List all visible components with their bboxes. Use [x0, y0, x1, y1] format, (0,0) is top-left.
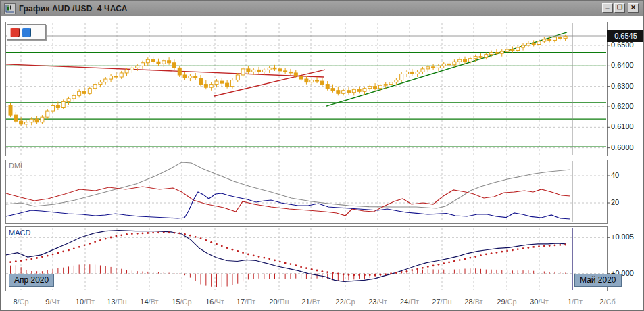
chart-window: График AUD /USD 4 ЧАСА _ ❒ ✕ DMI MACD Ап…: [0, 0, 644, 311]
date-axis-label: 2/Сб: [593, 297, 622, 306]
macd-indicator-area[interactable]: [5, 226, 608, 291]
month-label-april: Апр 2020: [9, 274, 54, 287]
date-axis-label: 13/Пн: [102, 297, 132, 306]
date-axis-label: 27/Пн: [427, 297, 457, 306]
date-axis-label: 24/Пт: [395, 297, 424, 306]
price-axis-label: 0.6200: [611, 102, 634, 110]
indicator-toolbox: [7, 24, 46, 40]
blue-indicator-button[interactable]: [22, 28, 31, 37]
date-axis-label: 14/Вт: [134, 297, 164, 306]
minimize-button[interactable]: _: [602, 3, 613, 13]
maximize-button[interactable]: ❒: [614, 3, 625, 13]
window-controls: _ ❒ ✕: [602, 3, 639, 13]
dmi-indicator-area[interactable]: [5, 160, 608, 224]
date-axis-label: 15/Ср: [167, 297, 197, 306]
close-button[interactable]: ✕: [628, 3, 639, 13]
price-axis-label: 0.6100: [611, 122, 634, 130]
price-axis-label: 0.6300: [611, 82, 634, 90]
date-axis-label: 10/Пт: [70, 297, 100, 306]
date-axis-label: 21/Вт: [296, 297, 326, 306]
date-axis-label: 22/Ср: [330, 297, 360, 306]
date-axis-label: 16/Чт: [200, 297, 230, 306]
macd-label: MACD: [9, 229, 30, 237]
candlestick-chart-icon: [4, 3, 16, 14]
current-price-badge: 0.6545: [607, 30, 644, 42]
month-label-may: Май 2020: [574, 274, 622, 287]
date-axis-label: 23/Чт: [363, 297, 393, 306]
date-axis-label: 8/Ср: [6, 297, 36, 306]
date-axis-label: 29/Ср: [492, 297, 522, 306]
window-title: График AUD /USD 4 ЧАСА: [19, 4, 128, 14]
title-bar[interactable]: График AUD /USD 4 ЧАСА _ ❒ ✕: [1, 1, 643, 16]
date-axis-label: 17/Пт: [231, 297, 261, 306]
dmi-axis-label: 20: [611, 198, 619, 206]
date-axis-label: 30/Чт: [524, 297, 554, 306]
price-chart-area[interactable]: [5, 22, 608, 156]
macd-axis-label: +0.005: [611, 233, 634, 241]
price-axis-label: 0.6000: [611, 143, 634, 151]
price-axis-label: 0.6400: [611, 61, 634, 69]
date-axis-label: 1/Пт: [560, 297, 590, 306]
date-axis-label: 9/Чт: [38, 297, 68, 306]
dmi-label: DMI: [9, 162, 22, 170]
date-axis-label: 28/Вт: [459, 297, 489, 306]
red-indicator-button[interactable]: [10, 28, 20, 37]
date-axis-label: 20/Пн: [264, 297, 294, 306]
dmi-axis-label: 40: [611, 171, 619, 179]
